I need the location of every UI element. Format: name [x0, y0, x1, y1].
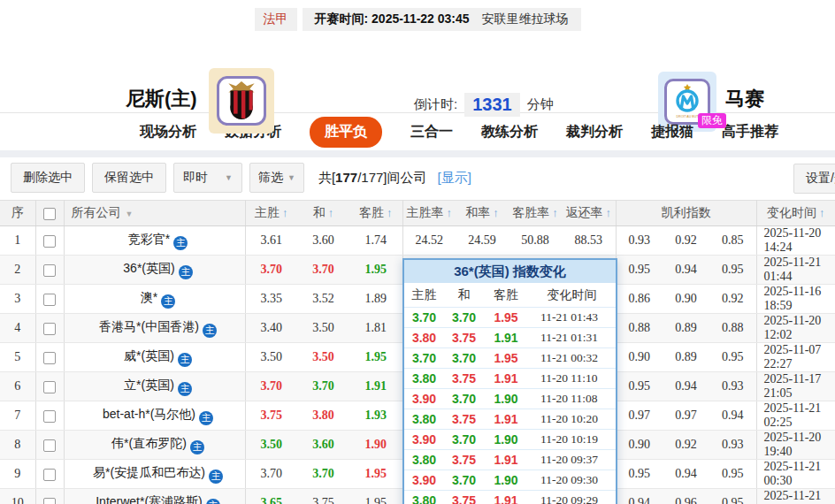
kelly-value: 0.94	[663, 460, 709, 489]
odds-value: 3.70	[245, 460, 297, 489]
popup-odds-value: 3.90	[404, 432, 444, 447]
company-cell: 澳*主	[64, 285, 245, 314]
company-name[interactable]: 伟*(直布罗陀)	[111, 436, 187, 450]
table-row: 1竞彩官*主3.613.601.7424.5224.5950.8888.530.…	[0, 226, 835, 256]
sort-asc-icon: ↑	[606, 206, 612, 219]
row-checkbox[interactable]	[43, 352, 56, 364]
nice-crest-icon	[217, 76, 266, 126]
countdown-unit: 分钟	[527, 96, 554, 113]
popup-odds-value: 1.91	[484, 331, 528, 345]
row-checkbox[interactable]	[43, 439, 56, 452]
change-time: 2025-11-20 12:02	[756, 314, 835, 343]
company-name[interactable]: 威*(英国)	[124, 348, 174, 363]
kelly-value: 0.86	[616, 285, 663, 314]
popup-odds-value: 1.91	[484, 493, 528, 504]
popup-change-time: 11-20 11:10	[528, 371, 616, 386]
company-name[interactable]: 易*(安提瓜和巴布达)	[93, 465, 205, 479]
popup-odds-value: 3.75	[444, 412, 484, 426]
row-checkbox[interactable]	[43, 294, 56, 306]
row-checkbox[interactable]	[43, 410, 56, 423]
row-checkbox[interactable]	[43, 469, 56, 481]
popup-odds-value: 3.75	[444, 453, 484, 467]
kelly-value: 0.96	[663, 489, 709, 504]
popup-row: 3.803.751.9111-20 10:20	[404, 409, 616, 429]
kelly-value: 0.88	[709, 314, 756, 343]
home-team-name: 尼斯(主)	[126, 86, 197, 112]
odds-value: 1.95	[349, 489, 402, 504]
company-count: 共[177/177]间公司	[318, 170, 427, 187]
filter-value: 筛选	[258, 170, 283, 186]
company-name[interactable]: Interwet*(塞浦路斯)	[96, 494, 203, 504]
col-change-time[interactable]: 变化时间↑	[756, 201, 835, 226]
tab-expert-picks[interactable]: 高手推荐	[722, 123, 778, 141]
delete-selected-button[interactable]: 删除选中	[11, 163, 85, 193]
kelly-value: 0.92	[709, 285, 756, 314]
home-team-crest	[209, 68, 274, 134]
row-select-cell	[35, 343, 64, 372]
tab-three-in-one[interactable]: 三合一	[410, 123, 453, 141]
col-home-odds[interactable]: 主胜↑	[245, 201, 297, 226]
sort-asc-icon: ↑	[282, 206, 288, 219]
popup-change-time: 11-21 01:43	[528, 310, 616, 325]
tab-referee-analysis[interactable]: 裁判分析	[566, 123, 623, 141]
settings-button[interactable]: 设置/选	[793, 164, 835, 194]
caret-down-icon: ▼	[287, 173, 295, 182]
odds-value: 3.70	[297, 256, 349, 285]
col-away-rate[interactable]: 客胜率↑	[509, 201, 562, 226]
popup-odds-value: 3.70	[404, 351, 444, 365]
show-link[interactable]: [显示]	[438, 170, 471, 187]
popup-row: 3.703.701.9511-21 01:43	[404, 307, 616, 327]
col-home-rate[interactable]: 主胜率↑	[402, 201, 456, 226]
company-name[interactable]: 立*(英国)	[124, 378, 174, 392]
tab-coach-analysis[interactable]: 教练分析	[481, 123, 538, 141]
change-time: 2025-11-21 02:25	[756, 401, 835, 431]
company-name[interactable]: 澳*	[141, 290, 157, 304]
sort-asc-icon: ↑	[493, 206, 499, 219]
select-all-checkbox[interactable]	[43, 208, 56, 220]
odds-value: 1.89	[349, 285, 402, 314]
tab-jiebao-cat[interactable]: 捷报猫	[651, 124, 693, 139]
company-name[interactable]: 香港马*(中国香港)	[99, 319, 199, 333]
company-name[interactable]: bet-at-h*(马尔他)	[103, 407, 195, 421]
popup-odds-value: 1.90	[484, 473, 528, 487]
kelly-value: 0.89	[663, 314, 709, 343]
tab-live-analysis[interactable]: 现场分析	[140, 123, 196, 141]
rate-value: 88.53	[562, 226, 616, 256]
odds-value: 1.74	[349, 226, 402, 256]
company-cell: 立*(英国)主	[64, 372, 245, 401]
col-company[interactable]: 所有公司▼	[64, 201, 245, 226]
col-draw-odds[interactable]: 和↑	[297, 201, 349, 226]
kelly-value: 0.95	[616, 460, 663, 489]
row-checkbox[interactable]	[43, 235, 56, 248]
tab-win-draw-lose[interactable]: 胜平负	[310, 117, 382, 148]
row-checkbox[interactable]	[43, 264, 56, 277]
odds-value: 1.95	[349, 460, 402, 489]
time-filter-dropdown[interactable]: 即时 ▼	[173, 163, 242, 193]
kelly-value: 0.85	[709, 226, 756, 256]
row-select-cell	[35, 285, 64, 314]
row-checkbox[interactable]	[43, 381, 56, 393]
countdown-label: 倒计时:	[414, 96, 457, 113]
company-name[interactable]: 36*(英国)	[123, 261, 174, 275]
row-checkbox[interactable]	[43, 323, 56, 335]
col-payout-rate[interactable]: 返还率↑	[562, 201, 616, 226]
col-away-odds[interactable]: 客胜↑	[349, 201, 402, 226]
keep-selected-button[interactable]: 保留选中	[92, 163, 166, 193]
popup-row: 3.903.701.9011-20 09:30	[404, 470, 616, 490]
row-index: 7	[0, 401, 35, 431]
odds-value: 1.91	[349, 372, 402, 401]
row-checkbox[interactable]	[43, 498, 56, 504]
popup-row: 3.903.701.9011-20 11:08	[404, 388, 616, 409]
col-kelly: 凯利指数	[616, 201, 756, 226]
league-chip[interactable]: 法甲	[255, 8, 297, 31]
filter-dropdown[interactable]: 筛选 ▼	[249, 163, 304, 193]
col-draw-rate[interactable]: 和率↑	[456, 201, 509, 226]
odds-value: 1.95	[349, 256, 402, 285]
row-index: 8	[0, 431, 35, 460]
company-name[interactable]: 竞彩官*	[128, 232, 170, 246]
col-index: 序	[0, 201, 35, 226]
popup-odds-value: 3.90	[404, 473, 444, 487]
popup-row: 3.903.701.9011-20 10:19	[404, 429, 616, 449]
popup-odds-value: 3.70	[444, 310, 484, 325]
company-cell: bet-at-h*(马尔他)主	[64, 401, 245, 431]
